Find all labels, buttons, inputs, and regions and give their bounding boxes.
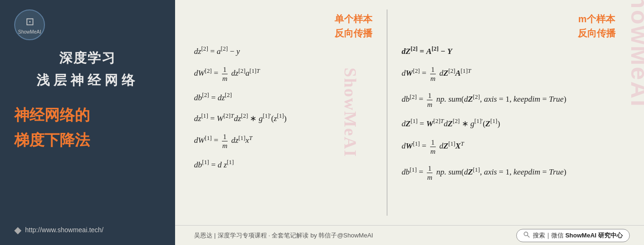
formula-line-r-db1: db[1] = 1 m np. sum(dZ[1], axis = 1, kee… [402,164,616,182]
formula-line-dz1: dz[1] = W[2]Tdz[2] ∗ g[1]′(z[1]) [194,112,372,124]
formula-line-dz2: dz[2] = a[2] − y [194,45,372,57]
formula-line-r-dz2: dZ[2] = A[2] − Y [402,45,616,57]
bottom-credit: 吴恩达 | 深度学习专项课程 · 全套笔记解读 by 韩信子@ShowMeAI [194,231,373,240]
formula-line-r-dw2: dW[2] = 1 m dZ[2]A[1]T [402,65,616,83]
search-text: 搜索｜微信 [533,231,564,240]
sidebar-title-line1: 深度学习 [14,49,161,67]
formula-db1: db[1] = d z[1] [194,158,372,170]
left-header: 单个样本 反向传播 [194,12,372,40]
svg-line-1 [528,236,530,238]
search-brand: ShowMeAI 研究中心 [564,231,623,240]
col-left: 单个样本 反向传播 dz[2] = a[2] − y dW[2] = 1 [175,0,387,225]
formula-line-r-db2: db[2] = 1 m np. sum(dZ[2], axis = 1, kee… [402,91,616,109]
formula-line-db1: db[1] = d z[1] [194,158,372,170]
left-section-label: 单个样本 反向传播 [335,12,372,40]
formula-line-db2: db[2] = dz[2] [194,91,372,103]
url-icon: ◆ [14,224,21,236]
formula-r-db2: db[2] = 1 m np. sum(dZ[2], axis = 1, kee… [402,91,616,109]
formula-line-r-dz1: dZ[1] = W[2]TdZ[2] ∗ g[1]′(Z[1]) [402,117,616,129]
formula-r-dz2: dZ[2] = A[2] − Y [402,45,616,57]
formula-dw2: dW[2] = 1 m dz[2]a[1]T [194,65,372,83]
formula-dz2: dz[2] = a[2] − y [194,45,372,57]
formula-line-r-dw1: dW[1] = 1 m dZ[1]XT [402,138,616,156]
formula-r-dw1: dW[1] = 1 m dZ[1]XT [402,138,616,156]
sidebar: ⊡ ShowMeAI 深度学习 浅层神经网络 神经网络的 梯度下降法 ◆ htt… [0,0,175,245]
sidebar-highlight-line2: 梯度下降法 [14,129,161,151]
bottom-bar: 吴恩达 | 深度学习专项课程 · 全套笔记解读 by 韩信子@ShowMeAI … [175,225,644,245]
right-header: m个样本 反向传播 [402,12,616,40]
search-box[interactable]: 搜索｜微信 ShowMeAI 研究中心 [516,229,630,242]
formula-line-dw2: dW[2] = 1 m dz[2]a[1]T [194,65,372,83]
formula-dw1: dW[1] = 1 m dz[1]xT [194,132,372,150]
formula-area: ShowMeAI 单个样本 反向传播 dz[2] = a[2] − y [175,0,644,225]
formula-db2: db[2] = dz[2] [194,91,372,103]
logo-icon: ⊡ [26,16,34,28]
main-content: ShowMeAI 单个样本 反向传播 dz[2] = a[2] − y [175,0,644,245]
sidebar-highlight-line1: 神经网络的 [14,104,161,126]
search-icon [523,231,530,239]
formula-r-dz1: dZ[1] = W[2]TdZ[2] ∗ g[1]′(Z[1]) [402,117,616,129]
formula-line-dw1: dW[1] = 1 m dz[1]xT [194,132,372,150]
sidebar-title-line2: 浅层神经网络 [14,71,161,89]
right-section-label: m个样本 反向传播 [578,12,616,40]
formula-r-dw2: dW[2] = 1 m dZ[2]A[1]T [402,65,616,83]
logo-circle: ⊡ ShowMeAI [14,9,45,40]
formula-dz1: dz[1] = W[2]Tdz[2] ∗ g[1]′(z[1]) [194,112,372,124]
logo-area: ⊡ ShowMeAI [14,9,161,40]
sidebar-url: ◆ http://www.showmeai.tech/ [14,219,161,236]
svg-point-0 [524,232,528,236]
logo-text-small: ShowMeAI [18,29,41,35]
col-right: m个样本 反向传播 dZ[2] = A[2] − Y dW[2] = 1 [388,0,644,225]
url-text: http://www.showmeai.tech/ [25,226,104,234]
formula-r-db1: db[1] = 1 m np. sum(dZ[1], axis = 1, kee… [402,164,616,182]
